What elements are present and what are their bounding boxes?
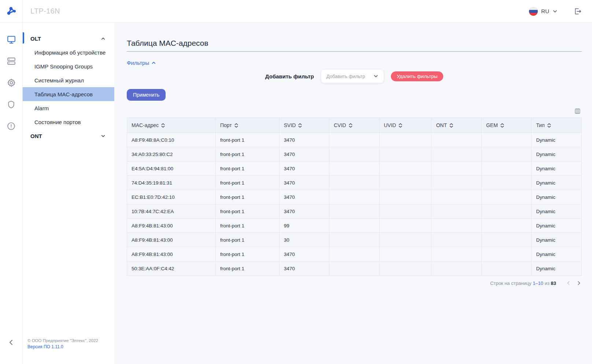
cell-ont xyxy=(432,204,482,219)
cell-uvid xyxy=(379,261,432,276)
column-header-порт[interactable]: Порт xyxy=(215,118,279,133)
column-header-ont[interactable]: ONT xyxy=(432,118,482,133)
cell-svid: 3470 xyxy=(279,176,329,190)
column-header-gem[interactable]: GEM xyxy=(481,118,532,133)
title-divider xyxy=(127,51,582,52)
cell-svid: 3470 xyxy=(279,147,329,161)
next-page-button[interactable] xyxy=(576,280,582,286)
cell-svid: 3470 xyxy=(279,204,329,219)
cell-svid: 3470 xyxy=(279,161,329,176)
column-header-label: MAC-адрес xyxy=(132,122,159,128)
eltex-logo-icon xyxy=(6,6,17,17)
cell-uvid xyxy=(379,176,432,190)
language-code: RU xyxy=(541,8,549,14)
firmware-version-link[interactable]: Версия ПО 1.11.0 xyxy=(27,344,63,349)
cell-cvid xyxy=(329,147,380,161)
cell-gem xyxy=(481,176,532,190)
cell-gem xyxy=(481,247,532,261)
cell-svid: 3470 xyxy=(279,133,329,147)
clear-filters-button[interactable]: Удалить фильтры xyxy=(391,71,443,81)
cell-uvid xyxy=(379,247,432,261)
pagination-text: Строк на страницу 1–10 из 83 xyxy=(490,281,556,286)
device-title: LTP-16N xyxy=(30,7,60,15)
sidebar-footer: © ООО Предприятие "Элтекс", 2022 Версия … xyxy=(27,338,111,350)
rail-item-security[interactable] xyxy=(0,97,23,112)
cell-mac-адрес: 50:3E:AA:0F:C4:42 xyxy=(127,261,216,276)
table-row: 74:D4:35:19:81:31front-port 13470Dynamic xyxy=(127,176,582,190)
pagination-of-label: из xyxy=(545,281,550,286)
sidebar-item-igmp-snooping-groups[interactable]: IGMP Snooping Groups xyxy=(23,59,114,73)
column-header-cvid[interactable]: CVID xyxy=(329,118,380,133)
cell-cvid xyxy=(329,161,380,176)
cell-svid: 99 xyxy=(279,219,329,233)
gear-icon xyxy=(7,78,16,88)
column-header-label: GEM xyxy=(486,122,498,128)
add-filter-placeholder: Добавить фильтр xyxy=(326,74,365,79)
flag-ru-icon xyxy=(529,7,538,16)
filters-toggle[interactable]: Фильтры xyxy=(127,60,156,66)
cell-порт: front-port 1 xyxy=(215,176,279,190)
column-header-mac-адрес[interactable]: MAC-адрес xyxy=(127,118,216,133)
rail-item-devices[interactable] xyxy=(0,54,23,68)
cell-mac-адрес: A8:F9:4B:81:43:00 xyxy=(127,219,216,233)
cell-gem xyxy=(481,190,532,204)
sidebar-group-label: OLT xyxy=(30,36,41,42)
sidebar-item-alarm[interactable]: Alarm xyxy=(23,101,114,115)
sort-icon[interactable] xyxy=(298,123,302,128)
sort-icon[interactable] xyxy=(234,123,238,128)
sort-icon[interactable] xyxy=(349,123,352,128)
table-row: 10:7B:44:7C:42:EAfront-port 13470Dynamic xyxy=(127,204,582,219)
logout-icon[interactable] xyxy=(574,7,582,15)
cell-cvid xyxy=(329,261,380,276)
sort-icon[interactable] xyxy=(449,123,453,128)
chevron-left-icon xyxy=(8,339,15,346)
rail-item-alarms[interactable] xyxy=(0,119,23,133)
prev-page-button[interactable] xyxy=(566,280,571,286)
cell-cvid xyxy=(329,176,380,190)
sort-icon[interactable] xyxy=(161,123,165,128)
cell-порт: front-port 1 xyxy=(215,190,279,204)
cell-gem xyxy=(481,147,532,161)
column-settings-button[interactable] xyxy=(573,107,582,115)
add-filter-select[interactable]: Добавить фильтр xyxy=(321,69,384,83)
cell-тип: Dynamic xyxy=(532,261,582,276)
table-tools xyxy=(127,107,582,115)
table-row: A8:F9:4B:81:43:00front-port 13470Dynamic xyxy=(127,247,582,261)
table-row: A8:F9:4B:81:43:00front-port 199Dynamic xyxy=(127,219,582,233)
cell-cvid xyxy=(329,219,380,233)
sidebar-group-olt[interactable]: OLT xyxy=(23,31,114,45)
sidebar-item-состояние-портов[interactable]: Состояние портов xyxy=(23,115,114,129)
sidebar-item-таблица-mac-адресов[interactable]: Таблица MAC-адресов xyxy=(23,87,114,101)
language-selector[interactable]: RU xyxy=(529,7,558,16)
cell-svid: 30 xyxy=(279,233,329,247)
chevron-up-icon xyxy=(101,36,106,41)
apply-button[interactable]: Применить xyxy=(127,89,166,101)
column-header-uvid[interactable]: UVID xyxy=(379,118,432,133)
add-filter-label: Добавить фильтр xyxy=(265,73,314,79)
rows-per-page-label: Строк на страницу xyxy=(490,281,531,286)
shield-icon xyxy=(7,100,16,109)
sort-icon[interactable] xyxy=(500,123,504,128)
sort-icon[interactable] xyxy=(399,123,402,128)
sort-icon[interactable] xyxy=(547,123,551,128)
filter-row: Добавить фильтр Добавить фильтр Удалить … xyxy=(127,69,582,83)
sidebar-item-информация-об-устройстве[interactable]: Информация об устройстве xyxy=(23,45,114,59)
app-logo[interactable] xyxy=(0,0,23,22)
rail-item-monitoring[interactable] xyxy=(0,32,23,47)
cell-cvid xyxy=(329,190,380,204)
cell-порт: front-port 1 xyxy=(215,147,279,161)
top-bar: LTP-16N RU xyxy=(0,0,592,23)
sidebar-collapse-button[interactable] xyxy=(0,339,23,346)
cell-uvid xyxy=(379,190,432,204)
rail-item-settings[interactable] xyxy=(0,75,23,90)
cell-svid: 3470 xyxy=(279,261,329,276)
sidebar-item-системный-журнал[interactable]: Системный журнал xyxy=(23,73,114,87)
pagination: Строк на страницу 1–10 из 83 xyxy=(127,280,582,286)
cell-gem xyxy=(481,233,532,247)
column-header-тип[interactable]: Тип xyxy=(532,118,582,133)
mac-table: MAC-адресПортSVIDCVIDUVIDONTGEMТип A8:F9… xyxy=(127,118,582,276)
column-header-svid[interactable]: SVID xyxy=(279,118,329,133)
cell-тип: Dynamic xyxy=(532,161,582,176)
sidebar-group-ont[interactable]: ONT xyxy=(23,129,114,143)
column-header-label: ONT xyxy=(436,122,447,128)
